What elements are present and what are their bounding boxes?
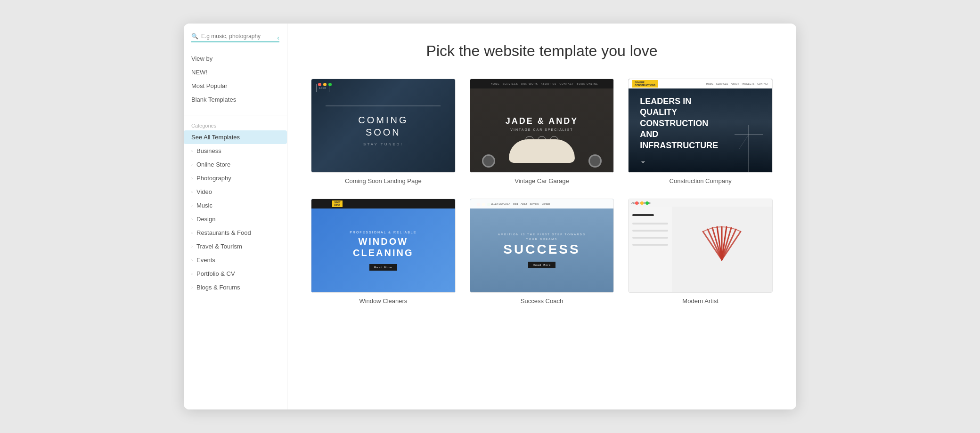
artist-main (672, 199, 772, 292)
sidebar-item-music[interactable]: › Music (184, 199, 287, 212)
nav-item: Contact (542, 202, 550, 205)
chevron-icon: › (191, 162, 193, 167)
spacer (632, 218, 668, 221)
template-label-modern-artist: Modern Artist (628, 297, 773, 305)
sidebar-item-design[interactable]: › Design (184, 212, 287, 226)
crane-svg (735, 125, 763, 172)
success-small-text: AMBITION IS THE FIRST STEP TOWARDSYOUR D… (498, 233, 586, 241)
car-title: JADE & ANDY (506, 116, 578, 127)
window-dots (635, 201, 649, 205)
spacer (632, 241, 668, 242)
chevron-icon: › (191, 190, 193, 194)
sidebar-divider (184, 115, 287, 115)
template-card-modern-artist[interactable]: Agatha Rubinberg Modern Artist (628, 199, 773, 305)
nav-item: CONTACT (559, 82, 574, 85)
spacer (632, 226, 668, 228)
sidebar-item-blank-templates[interactable]: Blank Templates (184, 93, 287, 106)
const-logo: SPHERECONSTRUCTIONS (632, 80, 658, 88)
template-thumbnail-construction: SPHERECONSTRUCTIONS HOME SERVICES ABOUT … (628, 79, 773, 173)
window-cta-button[interactable]: Read More (369, 264, 397, 271)
chevron-icon: › (191, 258, 193, 263)
chevron-icon: › (191, 217, 193, 222)
template-label-coming-soon: Coming Soon Landing Page (311, 177, 456, 184)
dot-green (645, 201, 649, 205)
success-cta-button[interactable]: Read More (528, 262, 556, 268)
chevron-icon: › (191, 176, 193, 181)
sidebar-item-travel[interactable]: › Travel & Tourism (184, 240, 287, 253)
sidebar-item-new[interactable]: NEW! (184, 65, 287, 79)
artist-layout (629, 199, 772, 292)
template-card-success-coach[interactable]: ELLEN LOVGREN Blog About Services Contac… (470, 199, 614, 305)
const-nav-items: HOME SERVICES ABOUT PROJECTS CONTACT (706, 82, 768, 85)
sidebar-item-photography[interactable]: › Photography (184, 171, 287, 185)
car-wheel-left (482, 154, 495, 168)
nav-item: HOME (706, 82, 713, 85)
const-arrow-icon: ⌄ (640, 156, 646, 165)
sidebar-item-business[interactable]: › Business (184, 144, 287, 158)
dot-red (635, 201, 638, 205)
car-shape (509, 139, 575, 163)
categories-label: Categories (184, 119, 287, 130)
sidebar-item-view-by[interactable]: View by (184, 52, 287, 65)
nav-item: CONTACT (757, 82, 768, 85)
sidebar-line (632, 244, 668, 246)
template-thumbnail-window-cleaners: SPOTLESS PROFESSIONAL & RELIABLE WINDOWC… (311, 199, 456, 293)
nav-item: HOME (491, 82, 500, 85)
sidebar-item-online-store[interactable]: › Online Store (184, 158, 287, 171)
template-card-coming-soon[interactable]: LOGO COMINGSOON STAY TUNED! Coming Soon … (311, 79, 456, 184)
sidebar-item-blogs[interactable]: › Blogs & Forums (184, 281, 287, 294)
artist-header: Agatha Rubinberg (629, 199, 772, 207)
main-content: Pick the website template you love LOGO … (287, 24, 796, 409)
chevron-icon: › (191, 203, 193, 208)
const-title: LEADERS IN QUALITY CONSTRUCTION AND INFR… (640, 96, 712, 151)
sidebar-collapse-button[interactable]: ‹ (277, 34, 279, 41)
artist-sidebar (629, 199, 671, 292)
sidebar-line (632, 223, 668, 225)
nav-item: ABOUT US (541, 82, 556, 85)
car-sub: VINTAGE CAR SPECIALIST (510, 128, 573, 131)
sidebar-item-restaurants[interactable]: › Restaurants & Food (184, 226, 287, 240)
sidebar-item-portfolio[interactable]: › Portfolio & CV (184, 267, 287, 281)
nav-item: BOOK ONLINE (577, 82, 598, 85)
spacer (632, 208, 668, 212)
template-label-construction: Construction Company (628, 177, 773, 184)
chevron-icon: › (191, 285, 193, 290)
app-container: ‹ 🔍 View by NEW! Most Popular Blank Temp… (184, 24, 796, 409)
artist-fan-svg (701, 225, 743, 267)
template-card-vintage-car[interactable]: HOME SERVICES OUR WORK ABOUT US CONTACT … (470, 79, 614, 184)
template-label-vintage-car: Vintage Car Garage (470, 177, 614, 184)
window-text-top: PROFESSIONAL & RELIABLE (350, 231, 416, 234)
sidebar-item-video[interactable]: › Video (184, 185, 287, 199)
template-card-construction[interactable]: SPHERECONSTRUCTIONS HOME SERVICES ABOUT … (628, 79, 773, 184)
template-card-window-cleaners[interactable]: SPOTLESS PROFESSIONAL & RELIABLE WINDOWC… (311, 199, 456, 305)
sidebar-line (632, 237, 668, 239)
sidebar-item-events[interactable]: › Events (184, 253, 287, 267)
search-icon: 🔍 (191, 33, 198, 40)
window-text-main: WINDOWCLEANING (353, 236, 413, 258)
sidebar-item-most-popular[interactable]: Most Popular (184, 79, 287, 93)
sidebar-item-see-all[interactable]: See All Templates (184, 130, 287, 144)
template-grid: LOGO COMINGSOON STAY TUNED! Coming Soon … (311, 79, 773, 305)
sidebar: ‹ 🔍 View by NEW! Most Popular Blank Temp… (184, 24, 287, 409)
success-content: AMBITION IS THE FIRST STEP TOWARDSYOUR D… (470, 208, 614, 292)
nav-item: ABOUT (731, 82, 739, 85)
template-thumbnail-vintage-car: HOME SERVICES OUR WORK ABOUT US CONTACT … (470, 79, 614, 173)
chevron-icon: › (191, 231, 193, 235)
nav-item: Blog (513, 202, 518, 205)
search-input[interactable] (201, 33, 279, 40)
nav-item: SERVICES (716, 82, 728, 85)
window-logo: SPOTLESS (332, 200, 343, 207)
window-content: PROFESSIONAL & RELIABLE WINDOWCLEANING R… (311, 208, 455, 292)
sidebar-nav: View by NEW! Most Popular Blank Template… (184, 52, 287, 111)
page-title: Pick the website template you love (311, 42, 773, 60)
success-title: SUCCESS (503, 242, 580, 257)
cs-coming-soon-text: COMINGSOON (358, 114, 408, 138)
nav-item: About (521, 202, 527, 205)
cs-logo: LOGO (316, 84, 329, 92)
sidebar-line (632, 214, 653, 216)
template-thumbnail-modern-artist: Agatha Rubinberg (628, 199, 773, 293)
const-header: SPHERECONSTRUCTIONS HOME SERVICES ABOUT … (629, 79, 772, 88)
nav-item: SERVICES (503, 82, 518, 85)
template-label-window-cleaners: Window Cleaners (311, 297, 456, 305)
chevron-icon: › (191, 149, 193, 153)
